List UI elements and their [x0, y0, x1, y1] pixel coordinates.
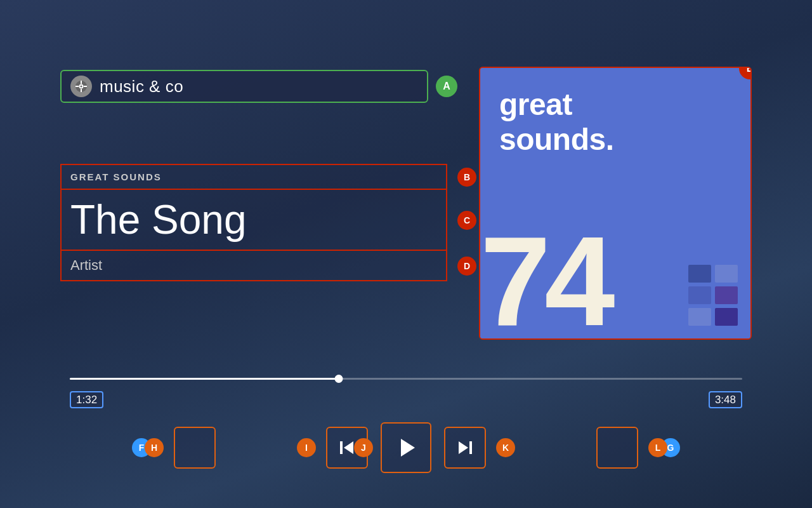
badge-j: J [354, 438, 373, 457]
progress-thumb[interactable] [335, 375, 343, 383]
search-box[interactable]: music & co [60, 70, 428, 103]
svg-marker-8 [344, 441, 353, 454]
svg-rect-10 [469, 441, 472, 454]
left-extra-wrapper: H [170, 427, 317, 469]
badge-i: I [297, 438, 316, 457]
song-title: The Song [60, 190, 447, 251]
play-wrapper: J [377, 422, 435, 473]
next-button[interactable] [444, 427, 486, 469]
play-icon [395, 436, 417, 459]
time-total: 3:48 [709, 391, 742, 408]
album-art-container: E great sounds. 74 [479, 67, 752, 340]
svg-marker-11 [459, 441, 468, 454]
badge-a: A [436, 76, 457, 97]
right-extra-button[interactable] [596, 427, 638, 469]
left-extra-button[interactable] [174, 427, 216, 469]
artist-label: Artist [60, 251, 447, 281]
svg-rect-5 [75, 86, 79, 87]
song-row: The Song C [60, 190, 447, 251]
svg-rect-7 [340, 441, 343, 454]
progress-area[interactable] [70, 378, 742, 380]
svg-marker-9 [401, 439, 415, 457]
progress-track[interactable] [70, 378, 742, 380]
next-wrapper: K [440, 427, 490, 469]
progress-fill [70, 378, 339, 380]
badge-l: L [648, 438, 667, 457]
top-bar: music & co A [60, 70, 457, 103]
playlist-row: GREAT SOUNDS B [60, 164, 447, 190]
badge-h: H [145, 438, 164, 457]
play-button[interactable] [381, 422, 431, 473]
svg-point-2 [81, 86, 82, 88]
album-number: 74 [480, 218, 608, 340]
badge-c: C [457, 211, 476, 230]
playlist-label: GREAT SOUNDS [60, 164, 447, 190]
svg-rect-3 [81, 81, 82, 84]
content-area: GREAT SOUNDS B The Song C Artist D [60, 164, 447, 281]
time-current: 1:32 [70, 391, 103, 408]
right-extra-wrapper: L [495, 427, 642, 469]
controls-inner: H I J [170, 422, 642, 473]
music-icon [70, 76, 92, 97]
album-title: great sounds. [499, 87, 731, 157]
prev-icon [338, 439, 356, 457]
album-art-inner: great sounds. 74 [480, 68, 750, 338]
badge-b: B [457, 168, 476, 187]
controls-area: F G H I J [70, 422, 742, 473]
search-value: music & co [100, 77, 183, 97]
svg-rect-6 [84, 86, 87, 87]
svg-rect-4 [81, 89, 82, 92]
badge-d: D [457, 257, 476, 276]
time-end-container: 3:48 [709, 394, 742, 406]
next-icon [456, 439, 474, 457]
artist-row: Artist D [60, 251, 447, 281]
time-start-container: 1:32 [70, 394, 103, 406]
